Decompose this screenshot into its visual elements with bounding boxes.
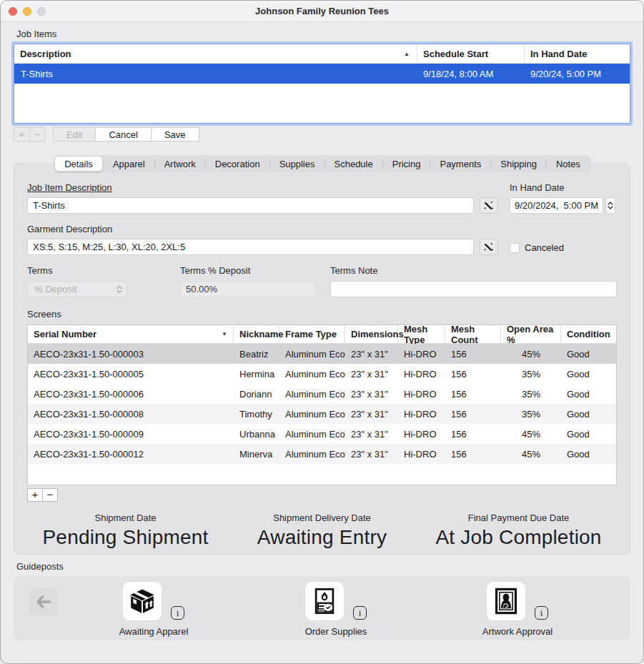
guideposts-panel: i Awaiting Apparel	[14, 576, 630, 640]
terms-deposit-field: 50.00%	[180, 281, 316, 297]
screen-row[interactable]: AECO-23x31-1.50-000008Timothy Aluminum E…	[28, 404, 616, 424]
shipment-date-value: Pending Shipment	[27, 526, 224, 549]
guidepost-artwork-approval: i Artwork Approval	[457, 582, 578, 637]
back-arrow-icon	[36, 595, 51, 608]
tab-payments[interactable]: Payments	[430, 156, 490, 172]
tab-artwork[interactable]: Artwork	[155, 156, 205, 172]
job-item-description-label[interactable]: Job Item Description	[27, 182, 498, 193]
add-job-item-button[interactable]: +	[14, 127, 30, 142]
screen-row[interactable]: AECO-23x31-1.50-000006Doriann Aluminum E…	[28, 384, 616, 404]
column-header-in-hand-date[interactable]: In Hand Date	[524, 44, 630, 63]
column-header-serial-number[interactable]: Serial Number ▼	[28, 325, 234, 343]
column-header-open-area[interactable]: Open Area %	[501, 325, 561, 343]
package-icon	[129, 588, 156, 615]
framed-artwork-icon	[493, 588, 519, 615]
terms-deposit-label: Terms % Deposit	[180, 265, 316, 276]
job-items-header: Description ▲ Schedule Start In Hand Dat…	[14, 44, 630, 64]
terms-label: Terms	[27, 265, 127, 276]
terms-note-label: Terms Note	[330, 265, 617, 276]
window-title: Johnson Family Reunion Tees	[1, 6, 643, 16]
tab-decoration[interactable]: Decoration	[206, 156, 269, 172]
final-payment-due-date-value: At Job Completion	[420, 526, 617, 549]
in-hand-date-stepper[interactable]	[605, 197, 615, 214]
guidepost-order-supplies: i Order Supplies	[275, 582, 397, 637]
tab-schedule[interactable]: Schedule	[325, 156, 382, 172]
column-header-nickname[interactable]: Nickname	[234, 325, 279, 343]
screens-label: Screens	[27, 309, 617, 319]
column-header-mesh-type[interactable]: Mesh Type	[398, 325, 445, 343]
canceled-label: Canceled	[525, 242, 564, 253]
back-button[interactable]	[29, 588, 58, 615]
column-header-mesh-count[interactable]: Mesh Count	[445, 325, 501, 343]
garment-description-input[interactable]: XS:5, S:15, M:25, L:30, XL:20, 2XL:5	[27, 239, 474, 255]
column-header-frame-type[interactable]: Frame Type	[279, 325, 345, 343]
guidepost-label: Order Supplies	[305, 626, 367, 637]
app-window: Johnson Family Reunion Tees Job Items De…	[0, 0, 644, 664]
canceled-checkbox[interactable]	[510, 243, 520, 253]
shipment-date-label: Shipment Date	[27, 512, 224, 523]
screen-row[interactable]: AECO-23x31-1.50-000012Minerva Aluminum E…	[28, 444, 616, 464]
order-supplies-button[interactable]	[305, 582, 344, 620]
info-icon[interactable]: i	[353, 606, 367, 620]
screen-row[interactable]: AECO-23x31-1.50-000009Urbanna Aluminum E…	[28, 424, 616, 444]
tab-supplies[interactable]: Supplies	[270, 156, 325, 172]
add-screen-button[interactable]: +	[27, 488, 43, 502]
job-item-row-selected[interactable]: T-Shirts 9/18/24, 8:00 AM 9/20/24, 5:00 …	[14, 64, 630, 84]
dropdown-chevrons-icon	[117, 285, 122, 294]
job-items-label: Job Items	[16, 29, 630, 39]
job-items-table[interactable]: Description ▲ Schedule Start In Hand Dat…	[14, 44, 630, 124]
cancel-button[interactable]: Cancel	[95, 127, 151, 142]
column-header-description[interactable]: Description ▲	[14, 44, 417, 63]
info-icon[interactable]: i	[535, 606, 548, 620]
artwork-approval-button[interactable]	[487, 582, 525, 620]
sort-descending-icon: ▼	[222, 331, 227, 337]
title-bar: Johnson Family Reunion Tees	[1, 1, 643, 22]
screen-row[interactable]: AECO-23x31-1.50-000003Beatriz Aluminum E…	[28, 344, 616, 364]
shipment-delivery-date-value: Awaiting Entry	[224, 526, 420, 549]
supplies-label-icon	[312, 588, 337, 615]
screens-table[interactable]: Serial Number ▼ Nickname Frame Type Dime…	[27, 324, 617, 485]
tab-notes[interactable]: Notes	[547, 156, 590, 172]
column-header-dimensions[interactable]: Dimensions	[345, 325, 398, 343]
terms-note-input[interactable]	[330, 281, 617, 297]
guidepost-awaiting-apparel: i Awaiting Apparel	[93, 582, 214, 637]
screens-header: Serial Number ▼ Nickname Frame Type Dime…	[28, 325, 616, 344]
guidepost-label: Awaiting Apparel	[119, 626, 189, 637]
magic-wand-icon	[483, 200, 495, 212]
guideposts-label: Guideposts	[16, 561, 630, 572]
job-item-description-input[interactable]: T-Shirts	[27, 197, 474, 214]
sort-ascending-icon: ▲	[404, 51, 410, 57]
details-panel: Job Item Description T-Shirts	[14, 163, 630, 555]
stepper-up-icon	[608, 202, 613, 205]
in-hand-date-input[interactable]: 9/20/2024, 5:00 PM	[510, 197, 603, 214]
tab-apparel[interactable]: Apparel	[104, 156, 154, 172]
remove-job-item-button[interactable]: −	[29, 127, 46, 142]
info-icon[interactable]: i	[171, 606, 184, 620]
autofill-wand-button[interactable]	[480, 197, 498, 214]
remove-screen-button[interactable]: −	[42, 488, 58, 502]
save-button[interactable]: Save	[151, 127, 199, 142]
autofill-wand-button-2[interactable]	[480, 239, 498, 255]
tab-pricing[interactable]: Pricing	[383, 156, 430, 172]
tab-shipping[interactable]: Shipping	[491, 156, 546, 172]
stepper-down-icon	[608, 206, 613, 209]
shipment-delivery-date-label: Shipment Delivery Date	[224, 512, 420, 523]
awaiting-apparel-button[interactable]	[123, 582, 162, 620]
details-tab-bar: Details Apparel Artwork Decoration Suppl…	[54, 155, 590, 172]
column-header-schedule-start[interactable]: Schedule Start	[417, 44, 524, 63]
final-payment-due-date-label: Final Payment Due Date	[420, 512, 617, 523]
edit-button: Edit	[53, 127, 96, 142]
in-hand-date-label: In Hand Date	[510, 182, 617, 193]
guidepost-label: Artwork Approval	[482, 626, 553, 637]
terms-dropdown: % Deposit	[27, 281, 127, 297]
magic-wand-icon	[483, 242, 495, 253]
column-header-condition[interactable]: Condition	[561, 325, 616, 343]
tab-details[interactable]: Details	[54, 156, 103, 172]
garment-description-label: Garment Description	[27, 224, 498, 234]
screen-row[interactable]: AECO-23x31-1.50-000005Hermina Aluminum E…	[28, 364, 616, 384]
